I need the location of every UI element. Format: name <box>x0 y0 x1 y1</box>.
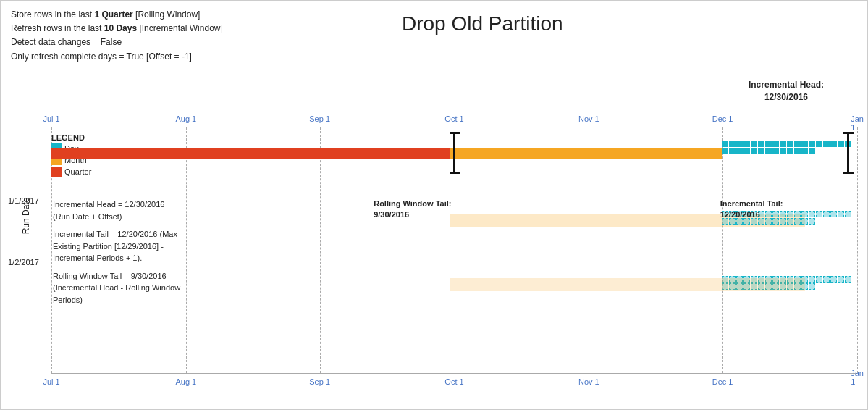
day-cells-row1 <box>722 141 857 168</box>
info-line2: Refresh rows in the last 10 Days [Increm… <box>11 22 223 35</box>
axis-label-bottom-jul: Jul 1 <box>43 377 59 386</box>
row2-month-region <box>450 278 805 291</box>
axis-label-bottom-nov: Nov 1 <box>578 377 599 386</box>
info-line4: Only refresh complete days = True [Offse… <box>11 50 223 64</box>
inc-head-top-label: Incremental Head:12/30/2016 <box>749 79 824 104</box>
axis-bottom: Jul 1 Aug 1 Sep 1 Oct 1 Nov 1 Dec 1 Jan … <box>51 373 857 388</box>
row1-date-label: 1/1/2017 <box>8 196 39 205</box>
axis-label-bottom-dec: Dec 1 <box>712 377 733 386</box>
ibeam-oct1 <box>450 132 459 174</box>
row2-date-label: 1/2/2017 <box>8 258 39 267</box>
row1-inc-head-annot: Incremental Head = 12/30/2016(Run Date +… <box>53 198 198 222</box>
legend-quarter-label: Quarter <box>64 167 91 176</box>
main-container: Store rows in the last 1 Quarter [Rollin… <box>0 0 868 410</box>
row1-inc-tail-annot: Incremental Tail = 12/20/2016 (MaxExisti… <box>53 228 198 264</box>
info-block: Store rows in the last 1 Quarter [Rollin… <box>11 8 223 64</box>
month-bar <box>450 148 722 159</box>
axis-label-bottom-oct: Oct 1 <box>444 377 463 386</box>
rolling-window-tail-label: Rolling Window Tail:9/30/2016 <box>374 198 451 221</box>
axis-top: Jul 1 Aug 1 Sep 1 Oct 1 Nov 1 Dec 1 Jan … <box>51 113 857 127</box>
info-line3: Detect data changes = False <box>11 35 223 49</box>
ibeam-dec30 <box>844 132 853 174</box>
axis-label-dec: Dec 1 <box>712 114 733 123</box>
chart-area: Jul 1 Aug 1 Sep 1 Oct 1 Nov 1 Dec 1 Jan … <box>51 113 857 388</box>
axis-label-aug: Aug 1 <box>175 114 196 123</box>
axis-label-sep: Sep 1 <box>309 114 330 123</box>
axis-label-bottom-sep: Sep 1 <box>309 377 330 386</box>
info-line1: Store rows in the last 1 Quarter [Rollin… <box>11 8 223 22</box>
axis-label-nov: Nov 1 <box>578 114 599 123</box>
gridline-sep <box>320 127 321 373</box>
axis-label-bottom-aug: Aug 1 <box>175 377 196 386</box>
quarter-bar <box>51 148 450 159</box>
row1-rolling-tail-annot: Rolling Window Tail = 9/30/2016(Incremen… <box>53 270 198 306</box>
legend-title: LEGEND <box>51 133 91 142</box>
row1-annot-block: Incremental Head = 12/30/2016(Run Date +… <box>53 198 198 306</box>
incremental-tail-label: Incremental Tail:12/20/2016 <box>720 198 783 221</box>
gridline-nov <box>589 127 589 373</box>
axis-label-jul: Jul 1 <box>43 114 59 123</box>
legend-quarter-color <box>51 167 62 177</box>
legend-item-quarter: Quarter <box>51 167 91 177</box>
axis-label-oct: Oct 1 <box>444 114 463 123</box>
row-divider <box>51 193 857 193</box>
chart-title: Drop Old Partition <box>402 12 563 35</box>
gridline-jan <box>857 127 858 373</box>
